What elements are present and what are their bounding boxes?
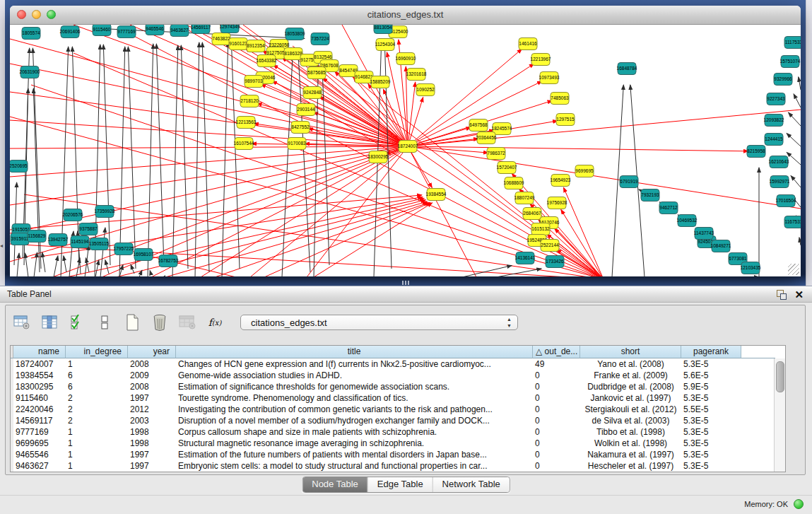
graph-node-1244415[interactable]: 1244415 — [765, 134, 783, 146]
graph-node-16958107[interactable]: 16958107 — [134, 249, 154, 261]
table-row[interactable]: 1872400712008Changes of HCN gene express… — [11, 358, 785, 370]
graph-node-9170083[interactable]: 9170083 — [288, 138, 306, 150]
graph-node-12974349[interactable]: 12974349 — [220, 25, 240, 33]
graph-node-9462712[interactable]: 9462712 — [659, 202, 678, 214]
network-canvas[interactable]: 1872400718300295193845547463822916012389… — [10, 25, 801, 276]
graph-node-1145194[interactable]: 1145194 — [71, 236, 89, 248]
graph-node-5875685[interactable]: 5875685 — [307, 67, 326, 79]
node-attribute-table[interactable]: namein_degreeyeartitle△ out_de...shortpa… — [10, 345, 786, 472]
graph-node-10973493[interactable]: 10973493 — [539, 72, 560, 84]
graph-node-13505115[interactable]: 13505115 — [89, 238, 110, 250]
column-header-name[interactable]: name — [13, 346, 66, 358]
graph-node-16782753[interactable]: 16782753 — [158, 255, 179, 267]
graph-node-1733426[interactable]: 1733426 — [546, 256, 564, 268]
graph-node-11254304[interactable]: 11254304 — [375, 39, 396, 51]
graph-node-9777169[interactable]: 9777169 — [117, 26, 136, 38]
table-row[interactable]: 1938455462009Genome-wide association stu… — [11, 370, 785, 381]
graph-node-8813054[interactable]: 8813054 — [374, 25, 392, 34]
graph-node-3915911[interactable]: 3915911 — [11, 233, 29, 245]
graph-node-7932193[interactable]: 7932193 — [641, 189, 659, 201]
graph-node-2520695[interactable]: 2520695 — [10, 160, 28, 173]
graph-node-7463822[interactable]: 7463822 — [212, 33, 230, 45]
window-titlebar[interactable]: citations_edges.txt — [10, 6, 801, 25]
graph-node-17957225[interactable]: 17957225 — [114, 243, 134, 255]
table-row[interactable]: 969969511998Structural magnetic resonanc… — [11, 438, 785, 449]
tab-edge-table[interactable]: Edge Table — [368, 477, 433, 492]
graph-node-18807249[interactable]: 18807249 — [514, 192, 535, 204]
column-header-year[interactable]: year — [128, 346, 176, 358]
graph-node-8427552[interactable]: 8427552 — [291, 122, 310, 134]
column-header-pagerank[interactable]: pagerank — [681, 346, 741, 358]
graph-node-1090252[interactable]: 1090252 — [416, 84, 435, 96]
graph-node-7357224[interactable]: 7357224 — [311, 33, 329, 45]
graph-node-16543382[interactable]: 16543382 — [257, 55, 277, 67]
graph-node-16210643[interactable]: 16210643 — [769, 156, 789, 168]
graph-node-7485063[interactable]: 7485063 — [551, 93, 569, 105]
new-document-icon[interactable] — [123, 313, 141, 332]
graph-node-20364456[interactable]: 20364456 — [476, 132, 497, 144]
graph-node-15720407[interactable]: 15720407 — [497, 162, 517, 174]
graph-node-15885209[interactable]: 15885209 — [370, 76, 391, 88]
graph-node-18300295[interactable]: 18300295 — [368, 151, 389, 163]
graph-node-10688609[interactable]: 10688609 — [504, 177, 524, 189]
graph-node-18724007[interactable]: 18724007 — [398, 141, 418, 153]
table-selector-dropdown[interactable]: citations_edges.txt ▲▼ — [240, 315, 518, 330]
graph-node-20206576[interactable]: 20206576 — [63, 209, 83, 221]
graph-node-9463627[interactable]: 9463627 — [170, 25, 189, 37]
graph-node-12103435[interactable]: 12103435 — [741, 262, 761, 274]
graph-node-19756928[interactable]: 19756928 — [547, 197, 567, 209]
column-header-in_degree[interactable]: in_degree — [66, 346, 128, 358]
graph-node-18053809[interactable]: 18053809 — [285, 28, 305, 40]
graph-node-10469532[interactable]: 10469532 — [677, 215, 698, 227]
float-panel-icon[interactable] — [777, 290, 787, 300]
graph-node-9375887[interactable]: 9375887 — [79, 223, 98, 235]
graph-node-2903144[interactable]: 2903144 — [297, 104, 315, 116]
graph-node-9242848[interactable]: 9242848 — [303, 87, 322, 99]
graph-node-2718120[interactable]: 2718120 — [240, 95, 259, 107]
graph-node-9329966[interactable]: 9329966 — [774, 74, 792, 86]
show-checkboxes-icon[interactable] — [95, 313, 114, 332]
graph-node-19654923[interactable]: 19654923 — [551, 175, 571, 187]
graph-node-11437743[interactable]: 11437743 — [694, 228, 714, 240]
graph-node-1615132[interactable]: 1615132 — [531, 223, 550, 235]
table-row[interactable]: 977716911998Corpus callosum shape and si… — [11, 426, 785, 438]
table-row[interactable]: 1830029562008Estimation of significance … — [11, 381, 785, 392]
graph-node-13942757[interactable]: 13942757 — [48, 234, 69, 246]
graph-node-8215958[interactable]: 8215958 — [747, 146, 765, 158]
graph-node-6497568[interactable]: 6497568 — [469, 119, 488, 132]
memory-status-indicator-icon[interactable] — [794, 499, 804, 509]
tab-node-table[interactable]: Node Table — [302, 477, 368, 492]
table-row[interactable]: 2242004622012Investigating the contribut… — [11, 404, 785, 415]
graph-node-15992971[interactable]: 15992971 — [770, 176, 790, 188]
table-row[interactable]: 1456911722003Disruption of a novel membe… — [11, 415, 785, 426]
graph-node-16960910[interactable]: 16960910 — [396, 53, 416, 65]
graph-node-9227343[interactable]: 9227343 — [767, 93, 785, 105]
graph-node-20631900[interactable]: 20631900 — [20, 66, 40, 78]
graph-node-12093822[interactable]: 12093822 — [764, 115, 784, 127]
graph-node-20691406[interactable]: 20691406 — [60, 26, 81, 38]
graph-node-16848784[interactable]: 16848784 — [617, 63, 637, 75]
table-row[interactable]: 946362711997Embryonic stem cells: a mode… — [11, 460, 785, 472]
table-settings-icon[interactable] — [13, 313, 31, 332]
graph-node-9699695[interactable]: 9699695 — [575, 165, 594, 177]
tab-network-table[interactable]: Network Table — [433, 477, 510, 492]
graph-node-1461416[interactable]: 1461416 — [519, 38, 537, 50]
graph-node-1805574[interactable]: 1805574 — [22, 28, 40, 40]
graph-node-15751074[interactable]: 15751074 — [780, 56, 801, 68]
graph-node-9115460[interactable]: 9115460 — [93, 25, 111, 36]
panel-splitter-handle[interactable] — [402, 281, 411, 285]
graph-node-1167531[interactable]: 1167531 — [784, 216, 801, 228]
graph-node-1156829[interactable]: 1156829 — [28, 230, 46, 243]
window-resize-grip[interactable] — [788, 264, 799, 275]
graph-node-12213563[interactable]: 12213563 — [236, 117, 257, 129]
graph-node-8186328[interactable]: 8186328 — [284, 48, 302, 60]
graph-node-1117533[interactable]: 1117533 — [784, 37, 801, 49]
graph-node-17016504[interactable]: 17016504 — [776, 195, 796, 207]
table-row[interactable]: 911546021997Tourette syndrome. Phenomeno… — [11, 392, 785, 404]
column-header-out_de[interactable]: △ out_de... — [533, 346, 580, 358]
graph-node-14569117[interactable]: 14569117 — [191, 25, 211, 34]
graph-node-17359928[interactable]: 17359928 — [95, 206, 115, 218]
graph-node-6791919[interactable]: 6791919 — [620, 176, 638, 188]
graph-node-19384554[interactable]: 19384554 — [426, 189, 447, 201]
column-header-title[interactable]: title — [176, 346, 533, 358]
